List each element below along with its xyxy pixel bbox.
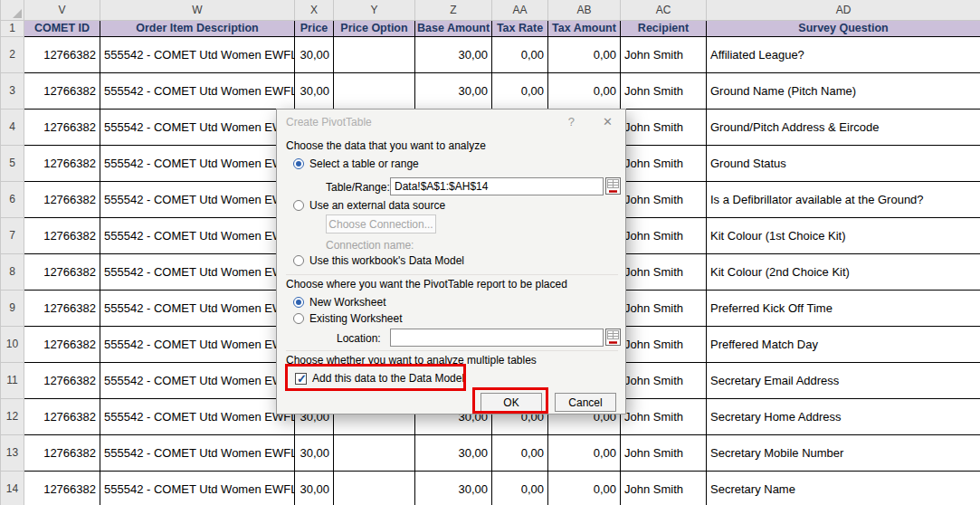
cell-recipient[interactable]: John Smith xyxy=(621,471,707,505)
header-cell-description[interactable]: Order Item Description xyxy=(100,20,295,36)
cancel-button[interactable]: Cancel xyxy=(555,393,616,412)
cell-price[interactable]: 30,00 xyxy=(295,72,334,109)
cell-recipient[interactable]: John Smith xyxy=(621,398,707,434)
column-header-aa[interactable]: AA xyxy=(492,0,548,20)
row-header[interactable]: 2 xyxy=(1,36,24,72)
cell-tax-rate[interactable]: 0,00 xyxy=(492,36,548,72)
cell-survey-question[interactable]: Preffered Match Day xyxy=(707,326,980,362)
cell-survey-question[interactable]: Affiliated League? xyxy=(707,36,980,72)
radio-use-external-data-source[interactable]: Use an external data source xyxy=(293,199,445,212)
row-header[interactable]: 12 xyxy=(1,398,24,434)
cell-price[interactable]: 30,00 xyxy=(295,471,334,505)
cell-comet-id[interactable]: 12766382 xyxy=(24,326,100,362)
cell-survey-question[interactable]: Secretary Mobile Number xyxy=(707,434,980,471)
cell-comet-id[interactable]: 12766382 xyxy=(24,253,100,290)
cell-comet-id[interactable]: 12766382 xyxy=(24,145,100,181)
column-header-v[interactable]: V xyxy=(24,0,100,20)
cell-comet-id[interactable]: 12766382 xyxy=(24,36,100,72)
cell-description[interactable]: 555542 - COMET Utd Women EWFL xyxy=(100,471,295,505)
header-cell-tax-amount[interactable]: Tax Amount xyxy=(548,20,621,36)
cell-description[interactable]: 555542 - COMET Utd Women EWFL xyxy=(100,326,295,362)
row-header[interactable]: 6 xyxy=(1,181,24,217)
cell-survey-question[interactable]: Kit Colour (2nd Choice Kit) xyxy=(707,253,980,290)
cell-recipient[interactable]: John Smith xyxy=(621,181,707,217)
column-header-w[interactable]: W xyxy=(100,0,295,20)
cell-description[interactable]: 555542 - COMET Utd Women EWFL xyxy=(100,434,295,471)
cell-tax-amount[interactable]: 0,00 xyxy=(548,36,621,72)
cell-survey-question[interactable]: Secretary Email Address xyxy=(707,362,980,398)
column-header-ad[interactable]: AD xyxy=(707,0,980,20)
cell-comet-id[interactable]: 12766382 xyxy=(24,72,100,109)
cell-recipient[interactable]: John Smith xyxy=(621,326,707,362)
cell-survey-question[interactable]: Kit Colour (1st Choice Kit) xyxy=(707,217,980,253)
cell-description[interactable]: 555542 - COMET Utd Women EWFL xyxy=(100,217,295,253)
header-cell-base-amount[interactable]: Base Amount xyxy=(415,20,492,36)
cell-description[interactable]: 555542 - COMET Utd Women EWFL xyxy=(100,72,295,109)
cell-description[interactable]: 555542 - COMET Utd Women EWFL xyxy=(100,181,295,217)
header-cell-price-option[interactable]: Price Option xyxy=(334,20,415,36)
column-header-y[interactable]: Y xyxy=(334,0,415,20)
cell-survey-question[interactable]: Secretary Home Address xyxy=(707,398,980,434)
cell-tax-rate[interactable]: 0,00 xyxy=(492,72,548,109)
cell-recipient[interactable]: John Smith xyxy=(621,217,707,253)
cell-tax-amount[interactable]: 0,00 xyxy=(548,434,621,471)
cell-comet-id[interactable]: 12766382 xyxy=(24,471,100,505)
cell-recipient[interactable]: John Smith xyxy=(621,434,707,471)
cell-comet-id[interactable]: 12766382 xyxy=(24,398,100,434)
cell-survey-question[interactable]: Ground/Pitch Address & Eircode xyxy=(707,109,980,145)
cell-description[interactable]: 555542 - COMET Utd Women EWFL xyxy=(100,36,295,72)
header-cell-recipient[interactable]: Recipient xyxy=(621,20,707,36)
cell-price-option[interactable] xyxy=(334,471,415,505)
cell-price-option[interactable] xyxy=(334,434,415,471)
cell-survey-question[interactable]: Is a Defibrillator available at the Grou… xyxy=(707,181,980,217)
cell-comet-id[interactable]: 12766382 xyxy=(24,434,100,471)
column-header-z[interactable]: Z xyxy=(415,0,492,20)
cell-description[interactable]: 555542 - COMET Utd Women EWFL xyxy=(100,362,295,398)
column-header-ac[interactable]: AC xyxy=(621,0,707,20)
cell-description[interactable]: 555542 - COMET Utd Women EWFL xyxy=(100,290,295,326)
cell-price[interactable]: 30,00 xyxy=(295,434,334,471)
cell-comet-id[interactable]: 12766382 xyxy=(24,109,100,145)
row-header-1[interactable]: 1 xyxy=(1,20,24,36)
cell-survey-question[interactable]: Preferred Kick Off Time xyxy=(707,290,980,326)
table-range-input[interactable] xyxy=(390,177,604,195)
cell-recipient[interactable]: John Smith xyxy=(621,36,707,72)
cell-comet-id[interactable]: 12766382 xyxy=(24,217,100,253)
radio-use-workbook-data-model[interactable]: Use this workbook's Data Model xyxy=(293,254,464,267)
select-all-corner[interactable] xyxy=(1,0,24,20)
cell-tax-amount[interactable]: 0,00 xyxy=(548,471,621,505)
row-header[interactable]: 4 xyxy=(1,109,24,145)
row-header[interactable]: 7 xyxy=(1,217,24,253)
cell-survey-question[interactable]: Ground Name (Pitch Name) xyxy=(707,72,980,109)
cell-price-option[interactable] xyxy=(334,36,415,72)
radio-new-worksheet[interactable]: New Worksheet xyxy=(293,296,385,309)
cell-description[interactable]: 555542 - COMET Utd Women EWFL xyxy=(100,253,295,290)
close-icon[interactable]: ✕ xyxy=(603,115,613,129)
cell-tax-rate[interactable]: 0,00 xyxy=(492,471,548,505)
cell-recipient[interactable]: John Smith xyxy=(621,109,707,145)
radio-existing-worksheet[interactable]: Existing Worksheet xyxy=(293,312,403,325)
cell-recipient[interactable]: John Smith xyxy=(621,145,707,181)
cell-survey-question[interactable]: Ground Status xyxy=(707,145,980,181)
location-input[interactable] xyxy=(390,329,604,347)
row-header[interactable]: 9 xyxy=(1,290,24,326)
header-cell-price[interactable]: Price xyxy=(295,20,334,36)
cell-tax-amount[interactable]: 0,00 xyxy=(548,72,621,109)
header-cell-survey-question[interactable]: Survey Question xyxy=(707,20,980,36)
cell-base-amount[interactable]: 30,00 xyxy=(415,72,492,109)
cell-base-amount[interactable]: 30,00 xyxy=(415,434,492,471)
range-selector-icon[interactable] xyxy=(604,177,621,195)
radio-select-table-or-range[interactable]: Select a table or range xyxy=(293,157,419,170)
cell-recipient[interactable]: John Smith xyxy=(621,362,707,398)
cell-description[interactable]: 555542 - COMET Utd Women EWFL xyxy=(100,109,295,145)
cell-description[interactable]: 555542 - COMET Utd Women EWFL xyxy=(100,398,295,434)
cell-price-option[interactable] xyxy=(334,72,415,109)
cell-comet-id[interactable]: 12766382 xyxy=(24,362,100,398)
row-header[interactable]: 10 xyxy=(1,326,24,362)
cell-comet-id[interactable]: 12766382 xyxy=(24,290,100,326)
row-header[interactable]: 8 xyxy=(1,253,24,290)
cell-recipient[interactable]: John Smith xyxy=(621,290,707,326)
cell-survey-question[interactable]: Secretary Name xyxy=(707,471,980,505)
cell-tax-rate[interactable]: 0,00 xyxy=(492,434,548,471)
cell-recipient[interactable]: John Smith xyxy=(621,72,707,109)
